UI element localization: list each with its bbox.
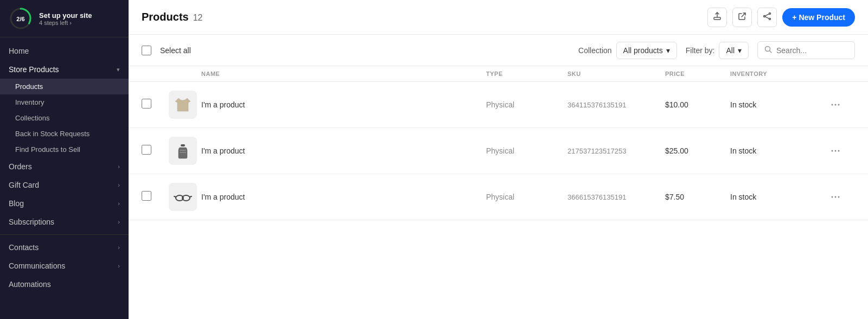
filter-bar: Select all Collection All products ▾ Fil…	[129, 35, 868, 66]
external-link-button[interactable]	[732, 8, 752, 27]
bottle-icon	[172, 140, 194, 162]
sidebar-navigation: Home Store Products ▾ Products Inventory…	[0, 37, 129, 319]
sidebar-automations-label: Automations	[9, 280, 51, 289]
filter-value: All	[726, 46, 735, 55]
row-3-more-button[interactable]	[828, 189, 843, 205]
search-icon	[764, 46, 772, 55]
collection-dropdown[interactable]: All products ▾	[616, 42, 677, 59]
product-name-1: I'm a product	[201, 100, 486, 109]
svg-rect-17	[180, 150, 186, 151]
filter-by-label: Filter by:	[686, 46, 715, 55]
col-image	[169, 71, 201, 77]
product-price-1: $10.00	[665, 100, 730, 109]
col-select	[142, 71, 169, 77]
chevron-right-icon: ›	[118, 263, 120, 269]
svg-text:2/6: 2/6	[16, 16, 24, 22]
sidebar-item-store-products[interactable]: Store Products ▾	[0, 60, 129, 79]
sidebar-item-products[interactable]: Products	[0, 79, 129, 94]
sidebar-item-inventory[interactable]: Inventory	[0, 94, 129, 110]
collection-value: All products	[623, 46, 663, 55]
svg-rect-18	[180, 152, 186, 153]
share-icon	[763, 12, 771, 23]
product-sku-2: 217537123517253	[567, 147, 665, 155]
product-sku-3: 366615376135191	[567, 193, 665, 201]
store-products-submenu: Products Inventory Collections Back in S…	[0, 79, 129, 157]
sidebar-home-label: Home	[9, 47, 29, 55]
search-input[interactable]	[776, 46, 847, 55]
shirt-icon	[172, 94, 194, 116]
sidebar-item-back-in-stock[interactable]: Back in Stock Requests	[0, 126, 129, 142]
svg-line-9	[765, 14, 769, 16]
sidebar-contacts-label: Contacts	[9, 243, 39, 252]
setup-progress[interactable]: 2/6 Set up your site 4 steps left ›	[0, 0, 129, 37]
sidebar-item-collections[interactable]: Collections	[0, 110, 129, 126]
product-sku-1: 364115376135191	[567, 101, 665, 109]
select-all-checkbox[interactable]	[142, 46, 151, 55]
row-1-more-button[interactable]	[828, 97, 843, 112]
product-table: NAME TYPE SKU PRICE INVENTORY I'm a prod…	[129, 66, 868, 319]
svg-rect-3	[714, 17, 720, 20]
chevron-right-icon: ›	[118, 244, 120, 251]
chevron-down-icon: ▾	[117, 66, 120, 73]
more-dots-icon	[830, 192, 841, 202]
svg-point-15	[838, 104, 840, 106]
sidebar-item-communications[interactable]: Communications ›	[0, 257, 129, 275]
export-icon	[713, 12, 722, 23]
export-button[interactable]	[707, 8, 727, 27]
product-type-1: Physical	[486, 100, 567, 109]
sidebar-item-home[interactable]: Home	[0, 42, 129, 60]
product-type-3: Physical	[486, 193, 567, 201]
filter-by-dropdown[interactable]: All ▾	[719, 42, 749, 59]
share-button[interactable]	[757, 8, 777, 27]
new-product-button[interactable]: + New Product	[782, 8, 855, 27]
svg-point-13	[832, 104, 833, 106]
chevron-right-icon: ›	[118, 200, 120, 207]
product-name-3: I'm a product	[201, 193, 486, 201]
page-title-text: Products	[142, 11, 189, 23]
row-2-select[interactable]	[142, 145, 151, 155]
glasses-icon	[172, 186, 194, 208]
product-thumbnail-1	[169, 91, 197, 119]
table-row: I'm a product Physical 364115376135191 $…	[129, 82, 868, 128]
svg-point-29	[838, 196, 840, 198]
row-2-more-button[interactable]	[828, 143, 843, 158]
setup-steps[interactable]: 4 steps left ›	[39, 20, 92, 26]
svg-point-20	[835, 150, 837, 152]
page-title: Products 12	[142, 11, 202, 23]
col-type: TYPE	[486, 71, 567, 77]
row-checkbox-3	[142, 191, 169, 203]
row-checkbox-2	[142, 145, 169, 157]
svg-point-14	[835, 104, 837, 106]
svg-line-26	[190, 196, 192, 197]
topbar-actions: + New Product	[707, 8, 855, 27]
row-1-select[interactable]	[142, 99, 151, 109]
sidebar-item-automations[interactable]: Automations	[0, 275, 129, 294]
col-name: NAME	[201, 71, 486, 77]
more-dots-icon	[830, 145, 841, 156]
product-name-2: I'm a product	[201, 146, 486, 155]
sidebar: 2/6 Set up your site 4 steps left › Home…	[0, 0, 129, 319]
product-inventory-1: In stock	[730, 100, 828, 109]
svg-line-10	[765, 16, 769, 18]
select-all-label[interactable]: Select all	[160, 46, 191, 55]
progress-ring-icon: 2/6	[9, 7, 33, 30]
sidebar-item-gift-card[interactable]: Gift Card ›	[0, 176, 129, 194]
svg-line-5	[742, 13, 745, 17]
row-3-select[interactable]	[142, 191, 151, 201]
chevron-down-icon: ▾	[666, 46, 670, 55]
table-row: I'm a product Physical 366615376135191 $…	[129, 174, 868, 220]
sidebar-item-find-products[interactable]: Find Products to Sell	[0, 142, 129, 157]
product-inventory-2: In stock	[730, 146, 828, 155]
sidebar-item-subscriptions[interactable]: Subscriptions ›	[0, 213, 129, 231]
svg-point-19	[832, 150, 833, 152]
more-dots-icon	[830, 99, 841, 110]
svg-rect-16	[181, 144, 185, 146]
filter-by-group: Filter by: All ▾	[686, 42, 749, 59]
svg-line-25	[174, 196, 176, 197]
topbar: Products 12	[129, 0, 868, 35]
sidebar-item-contacts[interactable]: Contacts ›	[0, 238, 129, 257]
sidebar-item-blog[interactable]: Blog ›	[0, 194, 129, 213]
svg-point-21	[838, 150, 840, 152]
sidebar-item-orders[interactable]: Orders ›	[0, 157, 129, 176]
product-type-2: Physical	[486, 146, 567, 155]
